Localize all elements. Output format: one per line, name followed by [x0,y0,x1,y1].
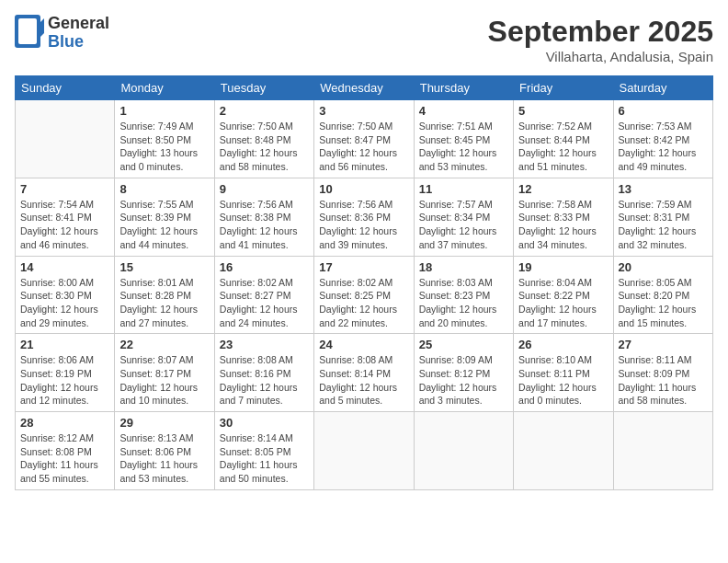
day-number: 25 [419,338,508,351]
day-number: 4 [419,104,508,118]
day-info: Sunrise: 8:06 AM Sunset: 8:19 PM Dayligh… [20,353,109,408]
title-block: September 2025 Villaharta, Andalusia, Sp… [488,15,713,64]
calendar-day-header: Thursday [414,76,513,100]
day-number: 26 [518,338,608,351]
calendar-cell: 20Sunrise: 8:05 AM Sunset: 8:20 PM Dayli… [613,256,712,334]
logo-general-text: General [48,14,109,32]
day-number: 7 [20,182,109,196]
calendar-cell: 11Sunrise: 7:57 AM Sunset: 8:34 PM Dayli… [414,178,513,256]
calendar-cell: 14Sunrise: 8:00 AM Sunset: 8:30 PM Dayli… [16,256,115,334]
day-info: Sunrise: 8:13 AM Sunset: 8:06 PM Dayligh… [119,431,209,486]
calendar-cell: 24Sunrise: 8:08 AM Sunset: 8:14 PM Dayli… [314,334,414,412]
day-info: Sunrise: 8:11 AM Sunset: 8:09 PM Dayligh… [619,353,708,408]
day-info: Sunrise: 8:10 AM Sunset: 8:11 PM Dayligh… [518,353,608,408]
calendar-cell: 12Sunrise: 7:58 AM Sunset: 8:33 PM Dayli… [514,178,613,256]
day-info: Sunrise: 7:49 AM Sunset: 8:50 PM Dayligh… [119,120,209,174]
day-info: Sunrise: 7:56 AM Sunset: 8:38 PM Dayligh… [220,198,309,252]
day-info: Sunrise: 8:08 AM Sunset: 8:14 PM Dayligh… [319,353,408,408]
calendar-week-row: 28Sunrise: 8:12 AM Sunset: 8:08 PM Dayli… [16,412,713,490]
day-number: 21 [20,338,109,351]
day-info: Sunrise: 8:09 AM Sunset: 8:12 PM Dayligh… [419,353,508,408]
day-number: 18 [419,260,508,274]
calendar-week-row: 7Sunrise: 7:54 AM Sunset: 8:41 PM Daylig… [16,178,713,256]
day-info: Sunrise: 7:57 AM Sunset: 8:34 PM Dayligh… [419,198,508,252]
day-info: Sunrise: 8:08 AM Sunset: 8:16 PM Dayligh… [220,353,309,408]
day-info: Sunrise: 8:02 AM Sunset: 8:27 PM Dayligh… [220,276,309,330]
calendar-week-row: 1Sunrise: 7:49 AM Sunset: 8:50 PM Daylig… [16,100,713,178]
calendar-cell: 19Sunrise: 8:04 AM Sunset: 8:22 PM Dayli… [514,256,613,334]
day-number: 17 [319,260,408,274]
day-number: 2 [220,104,309,118]
calendar-cell: 9Sunrise: 7:56 AM Sunset: 8:38 PM Daylig… [214,178,313,256]
calendar-cell [613,412,712,490]
calendar-cell: 2Sunrise: 7:50 AM Sunset: 8:48 PM Daylig… [214,100,313,178]
day-info: Sunrise: 7:50 AM Sunset: 8:47 PM Dayligh… [319,120,408,174]
day-number: 20 [619,260,708,274]
day-info: Sunrise: 7:59 AM Sunset: 8:31 PM Dayligh… [619,198,708,252]
day-number: 9 [220,182,309,196]
day-number: 28 [20,416,109,430]
calendar-day-header: Wednesday [314,76,414,100]
day-number: 27 [619,338,708,351]
calendar-cell: 26Sunrise: 8:10 AM Sunset: 8:11 PM Dayli… [514,334,613,412]
day-info: Sunrise: 8:05 AM Sunset: 8:20 PM Dayligh… [619,276,708,330]
calendar-cell: 8Sunrise: 7:55 AM Sunset: 8:39 PM Daylig… [115,178,214,256]
day-number: 5 [518,104,608,118]
day-number: 30 [220,416,309,430]
day-info: Sunrise: 7:55 AM Sunset: 8:39 PM Dayligh… [119,198,209,252]
logo: General Blue [15,15,109,52]
calendar-cell: 1Sunrise: 7:49 AM Sunset: 8:50 PM Daylig… [115,100,214,178]
day-number: 11 [419,182,508,196]
calendar-day-header: Saturday [613,76,712,100]
day-number: 23 [220,338,309,351]
day-number: 14 [20,260,109,274]
calendar-cell: 22Sunrise: 8:07 AM Sunset: 8:17 PM Dayli… [115,334,214,412]
day-info: Sunrise: 7:54 AM Sunset: 8:41 PM Dayligh… [20,198,109,252]
day-info: Sunrise: 7:56 AM Sunset: 8:36 PM Dayligh… [319,198,408,252]
calendar-table: SundayMondayTuesdayWednesdayThursdayFrid… [15,75,713,490]
calendar-cell [16,100,115,178]
calendar-cell: 13Sunrise: 7:59 AM Sunset: 8:31 PM Dayli… [613,178,712,256]
calendar-cell [414,412,513,490]
day-number: 6 [619,104,708,118]
calendar-week-row: 21Sunrise: 8:06 AM Sunset: 8:19 PM Dayli… [16,334,713,412]
day-info: Sunrise: 8:01 AM Sunset: 8:28 PM Dayligh… [119,276,209,330]
calendar-cell: 7Sunrise: 7:54 AM Sunset: 8:41 PM Daylig… [16,178,115,256]
day-number: 29 [119,416,209,430]
day-info: Sunrise: 8:00 AM Sunset: 8:30 PM Dayligh… [20,276,109,330]
calendar-cell: 29Sunrise: 8:13 AM Sunset: 8:06 PM Dayli… [115,412,214,490]
day-number: 10 [319,182,408,196]
logo-icon [15,15,44,52]
day-number: 1 [119,104,209,118]
day-number: 24 [319,338,408,351]
calendar-week-row: 14Sunrise: 8:00 AM Sunset: 8:30 PM Dayli… [16,256,713,334]
calendar-cell: 3Sunrise: 7:50 AM Sunset: 8:47 PM Daylig… [314,100,414,178]
day-info: Sunrise: 7:52 AM Sunset: 8:44 PM Dayligh… [518,120,608,174]
calendar-cell: 23Sunrise: 8:08 AM Sunset: 8:16 PM Dayli… [214,334,313,412]
day-info: Sunrise: 7:50 AM Sunset: 8:48 PM Dayligh… [220,120,309,174]
day-info: Sunrise: 8:04 AM Sunset: 8:22 PM Dayligh… [518,276,608,330]
calendar-day-header: Friday [514,76,613,100]
day-number: 22 [119,338,209,351]
calendar-cell: 27Sunrise: 8:11 AM Sunset: 8:09 PM Dayli… [613,334,712,412]
location: Villaharta, Andalusia, Spain [488,49,713,64]
day-info: Sunrise: 7:53 AM Sunset: 8:42 PM Dayligh… [619,120,708,174]
calendar-day-header: Tuesday [214,76,313,100]
calendar-header-row: SundayMondayTuesdayWednesdayThursdayFrid… [16,76,713,100]
day-number: 15 [119,260,209,274]
day-info: Sunrise: 8:07 AM Sunset: 8:17 PM Dayligh… [119,353,209,408]
calendar-day-header: Sunday [16,76,115,100]
calendar-cell: 5Sunrise: 7:52 AM Sunset: 8:44 PM Daylig… [514,100,613,178]
calendar-cell: 17Sunrise: 8:02 AM Sunset: 8:25 PM Dayli… [314,256,414,334]
day-info: Sunrise: 7:58 AM Sunset: 8:33 PM Dayligh… [518,198,608,252]
calendar-cell: 21Sunrise: 8:06 AM Sunset: 8:19 PM Dayli… [16,334,115,412]
logo-blue-text: Blue [48,32,84,51]
calendar-cell [314,412,414,490]
day-number: 8 [119,182,209,196]
day-info: Sunrise: 8:12 AM Sunset: 8:08 PM Dayligh… [20,431,109,486]
day-number: 3 [319,104,408,118]
day-info: Sunrise: 8:02 AM Sunset: 8:25 PM Dayligh… [319,276,408,330]
day-number: 19 [518,260,608,274]
calendar-cell: 4Sunrise: 7:51 AM Sunset: 8:45 PM Daylig… [414,100,513,178]
page-header: General Blue September 2025 Villaharta, … [15,15,713,64]
